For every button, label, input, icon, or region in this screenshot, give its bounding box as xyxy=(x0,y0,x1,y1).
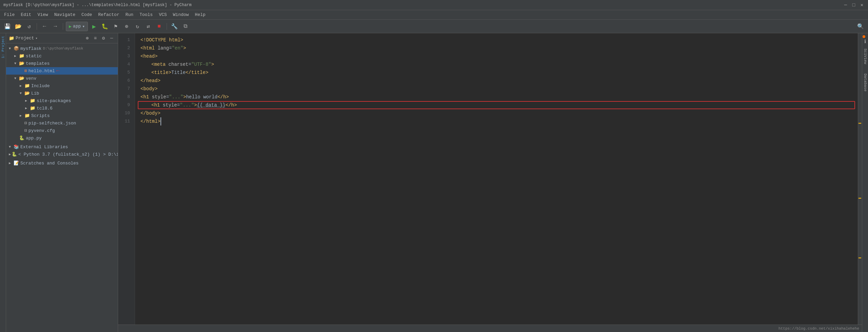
line-num-4: 4 xyxy=(118,60,133,69)
line-num-8: 8 xyxy=(118,93,133,101)
h1-close-8: </h xyxy=(218,93,226,101)
toolbar-separator-2 xyxy=(63,23,63,30)
project-header-actions: ⊕ ≡ ⚙ ─ xyxy=(84,35,115,42)
style-attr-8: style xyxy=(149,93,166,101)
code-editor[interactable]: <!DOCTYPE html> <html lang="en"> <head> … xyxy=(135,33,858,332)
project-tab-label[interactable]: 1: Project xyxy=(0,35,6,60)
code-line-1: <!DOCTYPE html> xyxy=(140,36,852,44)
scview-tab[interactable]: SciView xyxy=(863,47,868,65)
toolbar-separator-3 xyxy=(167,23,167,30)
tree-item-static[interactable]: ▶ 📁 static xyxy=(6,52,118,60)
search-everywhere-button[interactable]: 🔍 xyxy=(856,22,865,31)
line-num-9: 9 xyxy=(118,101,133,109)
menu-item-code[interactable]: Code xyxy=(79,12,95,18)
save-button[interactable]: 💾 xyxy=(3,22,12,31)
menu-item-help[interactable]: Help xyxy=(192,12,208,18)
scratches-icon: 📝 xyxy=(14,160,19,166)
tree-item-label: Scratches and Consoles xyxy=(20,161,79,166)
status-bar: https://blog.csdn.net/xixihahalehehe xyxy=(118,325,862,332)
main-layout: 1: Project 📁 Project ▾ ⊕ ≡ ⚙ ─ ▼ 📦 mysfl… xyxy=(0,33,868,332)
folder-icon: 📁 xyxy=(24,83,30,89)
add-item-button[interactable]: ⊕ xyxy=(84,35,91,42)
tree-item-templates[interactable]: ▼ 📂 templates xyxy=(6,60,118,67)
highlight-box xyxy=(138,101,855,109)
head-tag: <head> xyxy=(140,52,157,60)
style-attr-9: style xyxy=(160,101,177,109)
tree-item-apppy[interactable]: 🐍 app.py xyxy=(6,134,118,142)
menu-item-view[interactable]: View xyxy=(35,12,51,18)
tree-item-pip-json[interactable]: ⊟ pip-selfcheck.json xyxy=(6,119,118,127)
tree-item-label: mysflask xyxy=(20,46,41,51)
title-bar: mysflask [D:\python\mysflask] - ...\temp… xyxy=(0,0,868,10)
code-line-6: </head> xyxy=(140,77,852,85)
tree-item-scratches[interactable]: ▶ 📝 Scratches and Consoles xyxy=(6,159,118,167)
title-close-tag: </title> xyxy=(186,69,208,77)
debug-button[interactable]: 🐛 xyxy=(100,22,110,31)
menu-bar: FileEditViewNavigateCodeRefactorRunTools… xyxy=(0,10,868,20)
extra-button[interactable]: ⧉ xyxy=(181,22,190,31)
forward-button[interactable]: → xyxy=(51,22,60,31)
tree-item-include[interactable]: ▶ 📁 Include xyxy=(6,82,118,90)
tree-item-scripts[interactable]: ▶ 📁 Scripts xyxy=(6,112,118,119)
tree-item-hello-html[interactable]: ⊞ hello.html ← xyxy=(6,67,118,75)
tree-item-python-interpreter[interactable]: ▶ 🐍 < Python 3.7 (fullstack_s2) (1) > D:… xyxy=(6,151,118,158)
tree-item-label: site-packages xyxy=(37,98,71,103)
html-open-tag: < xyxy=(140,44,143,52)
menu-item-navigate[interactable]: Navigate xyxy=(52,12,78,18)
project-panel-header: 📁 Project ▾ ⊕ ≡ ⚙ ─ xyxy=(6,33,118,43)
h1-tag-8: h1 xyxy=(143,93,149,101)
menu-item-tools[interactable]: Tools xyxy=(137,12,155,18)
menu-item-refactor[interactable]: Refactor xyxy=(95,12,122,18)
tree-item-root[interactable]: ▼ 📦 mysflask D:\python\mysflask xyxy=(6,45,118,52)
tree-item-external-libs[interactable]: ▼ 📚 External Libraries xyxy=(6,143,118,151)
code-line-7: <body> xyxy=(140,85,852,93)
profile-button[interactable]: ⊕ xyxy=(122,22,131,31)
collapse-all-button[interactable]: ≡ xyxy=(92,35,99,42)
project-root-icon: 📦 xyxy=(14,46,19,51)
minimize-panel-button[interactable]: ─ xyxy=(108,35,115,42)
run-button[interactable]: ▶ xyxy=(89,22,99,31)
menu-item-run[interactable]: Run xyxy=(123,12,136,18)
info-icon[interactable]: ℹ xyxy=(864,39,866,44)
close-button[interactable]: ✕ xyxy=(859,2,865,8)
open-button[interactable]: 📂 xyxy=(14,22,23,31)
run-configuration-dropdown[interactable]: ▶ app ▾ xyxy=(66,22,88,31)
maximize-button[interactable]: □ xyxy=(851,2,856,8)
tree-item-label: pyvenv.cfg xyxy=(29,128,55,133)
tree-item-lib[interactable]: ▼ 📂 Lib xyxy=(6,90,118,97)
tree-item-pyvenv-cfg[interactable]: ⊟ pyvenv.cfg xyxy=(6,127,118,134)
database-tab[interactable]: Database xyxy=(863,72,868,93)
code-line-3: <head> xyxy=(140,52,852,60)
coverage-button[interactable]: ⚑ xyxy=(111,22,120,31)
menu-item-window[interactable]: Window xyxy=(170,12,192,18)
path-label: D:\python\mysflask xyxy=(43,46,83,51)
tree-item-label: hello.html xyxy=(29,69,55,74)
h1-tag-9: h1 xyxy=(154,101,160,109)
tree-item-venv[interactable]: ▼ 📂 venv xyxy=(6,75,118,82)
tree-item-tcl[interactable]: ▶ 📁 tcl8.6 xyxy=(6,104,118,112)
line-num-6: 6 xyxy=(118,77,133,85)
tree-item-site-packages[interactable]: ▶ 📁 site-packages xyxy=(6,97,118,104)
html-close-tag: </html> xyxy=(140,117,161,125)
menu-item-edit[interactable]: Edit xyxy=(18,12,34,18)
stop-button[interactable]: ■ xyxy=(154,22,164,31)
menu-item-vcs[interactable]: VCS xyxy=(156,12,169,18)
back-button[interactable]: ← xyxy=(40,22,49,31)
minimize-button[interactable]: ─ xyxy=(843,2,848,8)
settings-button[interactable]: ⚙ xyxy=(100,35,107,42)
title-tag: <title> xyxy=(151,69,171,77)
project-label: Project xyxy=(16,36,34,41)
menu-item-file[interactable]: File xyxy=(1,12,17,18)
line-num-5: 5 xyxy=(118,69,133,77)
body-close-tag: </body> xyxy=(140,109,161,117)
refresh-button[interactable]: ↺ xyxy=(24,22,34,31)
library-icon: 📚 xyxy=(14,144,19,150)
reload-button[interactable]: ↻ xyxy=(133,22,142,31)
line-num-11: 11 xyxy=(118,117,133,125)
tree-item-label: static xyxy=(26,54,42,59)
python-file-icon: 🐍 xyxy=(19,135,24,141)
tools-button[interactable]: 🔧 xyxy=(170,22,179,31)
python-icon: 🐍 xyxy=(12,152,17,157)
run-tasks-button[interactable]: ⇄ xyxy=(144,22,153,31)
scroll-marker-2 xyxy=(858,198,861,199)
